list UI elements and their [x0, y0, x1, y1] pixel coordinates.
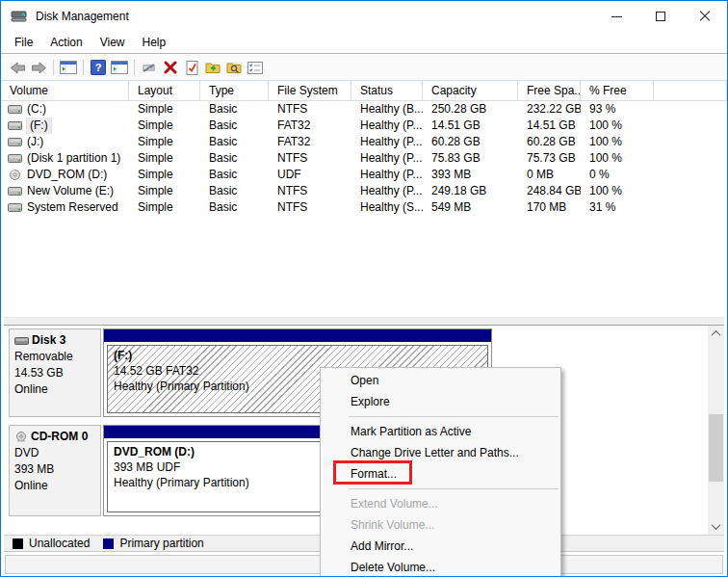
vertical-scrollbar[interactable]	[708, 326, 724, 535]
delete-button[interactable]	[160, 57, 181, 78]
disk-icon	[8, 104, 22, 115]
disk-kind: Removable	[14, 349, 95, 365]
window-title: Disk Management	[36, 10, 129, 23]
column-header-pct-free[interactable]: % Free	[581, 81, 654, 101]
table-row[interactable]: (J:) Simple Basic FAT32 Healthy (P... 60…	[1, 134, 727, 150]
column-header-volume[interactable]: Volume	[1, 81, 129, 101]
menu-action[interactable]: Action	[41, 32, 91, 53]
properties-button[interactable]	[181, 57, 202, 78]
legend-label: Unallocated	[29, 537, 90, 550]
disk-name: CD-ROM 0	[31, 429, 88, 445]
cell-status: Healthy (P...	[351, 118, 423, 134]
console-tree-icon	[60, 61, 77, 74]
table-row[interactable]: (C:) Simple Basic NTFS Healthy (B... 250…	[1, 101, 727, 118]
cell-free: 170 MB	[518, 199, 581, 216]
maximize-button[interactable]	[638, 1, 683, 32]
context-menu-add-mirror[interactable]: Add Mirror...	[321, 536, 560, 557]
disk-icon	[8, 186, 22, 197]
disk-name: Disk 3	[32, 332, 65, 349]
cell-status: Healthy (P...	[351, 134, 423, 150]
scroll-up-button[interactable]	[708, 326, 724, 342]
cell-layout: Simple	[129, 167, 200, 183]
column-header-layout[interactable]: Layout	[129, 81, 200, 101]
volume-list-header: Volume Layout Type File System Status Ca…	[1, 81, 727, 101]
cell-status: Healthy (P...	[351, 167, 423, 183]
cell-free: 232.22 GB	[518, 101, 581, 118]
volume-name: DVD_ROM (D:)	[27, 167, 107, 183]
legend-primary-partition: Primary partition	[103, 537, 203, 550]
cell-free: 0 MB	[518, 167, 581, 183]
help-topics-button[interactable]	[245, 57, 266, 78]
show-console-tree-button[interactable]	[58, 57, 79, 78]
disk-state: Online	[14, 381, 95, 398]
svg-text:?: ?	[95, 62, 102, 73]
disk-icon	[14, 336, 29, 346]
explore-folder-button[interactable]	[223, 57, 245, 78]
cell-pct-free: 100 %	[581, 183, 654, 199]
context-menu-open[interactable]: Open	[321, 370, 560, 391]
partition-title: (F:)	[114, 348, 487, 363]
minimize-icon	[611, 16, 622, 17]
disk-size: 14.53 GB	[14, 365, 95, 381]
toolbar-separator	[53, 60, 54, 75]
column-header-status[interactable]: Status	[351, 81, 423, 101]
cell-capacity: 14.51 GB	[423, 118, 518, 134]
menu-separator	[349, 488, 559, 489]
scrollbar-thumb[interactable]	[709, 414, 723, 482]
cell-status: Healthy (P...	[351, 150, 423, 167]
column-header-file-system[interactable]: File System	[269, 81, 351, 101]
cell-fs: NTFS	[269, 101, 351, 118]
menu-help[interactable]: Help	[134, 32, 175, 53]
menu-view[interactable]: View	[91, 32, 134, 53]
disk-state: Online	[14, 478, 95, 494]
context-menu-delete-volume[interactable]: Delete Volume...	[321, 557, 560, 577]
cell-layout: Simple	[129, 150, 200, 167]
minimize-button[interactable]	[594, 1, 638, 32]
menu-file[interactable]: File	[6, 32, 41, 53]
forward-arrow-icon	[31, 62, 47, 74]
device-properties-button[interactable]	[139, 57, 160, 78]
cell-status: Healthy (S...	[351, 199, 423, 216]
table-row[interactable]: DVD_ROM (D:) Simple Basic UDF Healthy (P…	[1, 167, 727, 183]
back-button[interactable]	[7, 57, 28, 78]
column-header-free-space[interactable]: Free Spa...	[518, 81, 581, 101]
cell-layout: Simple	[129, 118, 200, 134]
help-icon: ?	[91, 60, 106, 75]
context-menu-explore[interactable]: Explore	[321, 391, 560, 412]
cell-type: Basic	[200, 101, 269, 118]
cell-type: Basic	[200, 134, 269, 150]
cell-fs: FAT32	[269, 118, 351, 134]
table-row[interactable]: New Volume (E:) Simple Basic NTFS Health…	[1, 183, 727, 199]
cell-capacity: 249.18 GB	[423, 183, 518, 199]
column-header-capacity[interactable]: Capacity	[423, 81, 518, 101]
disk3-label-panel[interactable]: Disk 3 Removable 14.53 GB Online	[9, 328, 101, 417]
table-row[interactable]: (Disk 1 partition 1) Simple Basic NTFS H…	[1, 150, 727, 167]
properties-doc-icon	[186, 61, 198, 75]
table-row[interactable]: (F:) Simple Basic FAT32 Healthy (P... 14…	[1, 118, 727, 134]
pane-splitter[interactable]	[4, 317, 724, 326]
cell-free: 75.73 GB	[518, 150, 581, 167]
cell-pct-free: 100 %	[581, 134, 654, 150]
help-button[interactable]: ?	[88, 57, 109, 78]
scroll-down-button[interactable]	[708, 518, 724, 535]
table-row[interactable]: System Reserved Simple Basic NTFS Health…	[1, 199, 727, 216]
disk-size: 393 MB	[14, 461, 95, 478]
volume-name: (J:)	[27, 134, 43, 150]
chevron-down-icon	[712, 520, 721, 530]
cdrom0-label-panel[interactable]: CD-ROM 0 DVD 393 MB Online	[9, 425, 101, 516]
legend-unallocated: Unallocated	[13, 537, 90, 550]
chevron-up-icon	[712, 330, 721, 340]
cell-pct-free: 93 %	[581, 101, 654, 118]
find-folder-icon	[226, 61, 243, 74]
close-button[interactable]	[683, 1, 727, 32]
open-folder-button[interactable]	[202, 57, 223, 78]
primary-partition-swatch	[103, 538, 114, 549]
column-header-filler	[654, 81, 727, 101]
show-action-pane-button[interactable]	[109, 57, 130, 78]
forward-button[interactable]	[28, 57, 49, 78]
context-menu-mark-partition-active[interactable]: Mark Partition as Active	[321, 421, 560, 442]
volume-name: (Disk 1 partition 1)	[27, 150, 120, 167]
column-header-type[interactable]: Type	[200, 81, 269, 101]
volume-name: System Reserved	[27, 199, 118, 216]
back-arrow-icon	[10, 62, 26, 74]
